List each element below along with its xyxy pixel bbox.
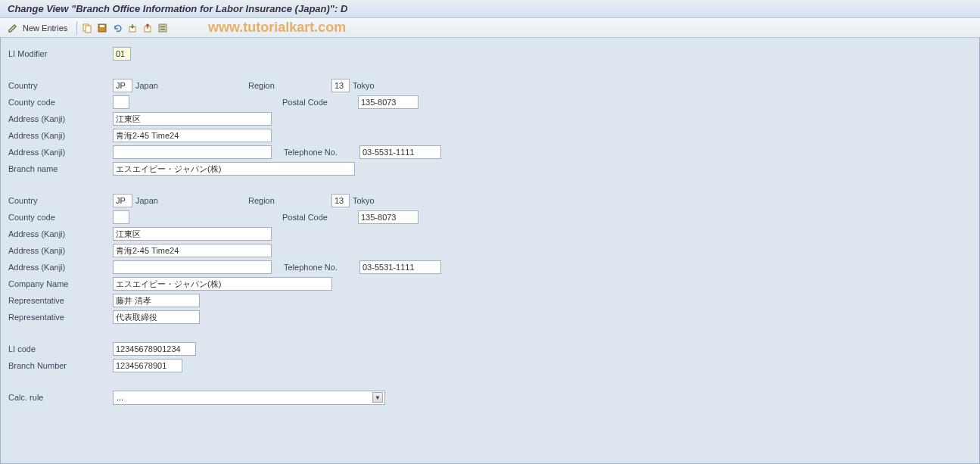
toggle-edit-icon[interactable] bbox=[6, 21, 20, 35]
region-input[interactable] bbox=[331, 79, 350, 92]
new-entries-button[interactable]: New Entries bbox=[21, 23, 72, 33]
country2-text: Japan bbox=[132, 196, 161, 205]
li-modifier-input[interactable] bbox=[113, 47, 131, 61]
region2-input[interactable] bbox=[331, 194, 350, 207]
telephone-label: Telephone No. bbox=[284, 148, 359, 157]
region-label: Region bbox=[248, 81, 286, 90]
svg-rect-1 bbox=[86, 26, 91, 33]
representative2-input[interactable] bbox=[113, 310, 200, 324]
svg-rect-8 bbox=[160, 29, 165, 30]
svg-rect-3 bbox=[100, 25, 104, 27]
copy-icon[interactable] bbox=[80, 21, 94, 35]
li-code-input[interactable] bbox=[113, 342, 196, 356]
form-content: LI Modifier Country Japan Region Tokyo C… bbox=[0, 38, 980, 464]
undo-icon[interactable] bbox=[110, 21, 124, 35]
county-code-label: County code bbox=[7, 98, 113, 107]
company-name-label: Company Name bbox=[7, 279, 113, 288]
li-modifier-label: LI Modifier bbox=[7, 49, 113, 58]
representative1-label: Representative bbox=[7, 296, 113, 305]
county-code-input[interactable] bbox=[113, 95, 129, 109]
region-text: Tokyo bbox=[350, 81, 378, 90]
country-input[interactable] bbox=[113, 79, 132, 92]
country-text: Japan bbox=[132, 81, 161, 90]
watermark-text: www.tutorialkart.com bbox=[208, 20, 346, 36]
county-code2-label: County code bbox=[7, 213, 113, 222]
country2-label: Country bbox=[7, 196, 113, 205]
branch-name-label: Branch name bbox=[7, 164, 113, 173]
address3b-input[interactable] bbox=[113, 260, 272, 274]
svg-rect-6 bbox=[159, 24, 166, 32]
county-code2-input[interactable] bbox=[113, 210, 129, 224]
region2-label: Region bbox=[248, 196, 286, 205]
postal-code2-input[interactable] bbox=[358, 210, 418, 224]
address3b-label: Address (Kanji) bbox=[7, 263, 113, 272]
country-label: Country bbox=[7, 81, 113, 90]
telephone2-label: Telephone No. bbox=[284, 263, 359, 272]
branch-name-input[interactable] bbox=[113, 162, 355, 176]
import-icon[interactable] bbox=[126, 21, 139, 35]
address2b-input[interactable] bbox=[113, 244, 272, 257]
address1b-input[interactable] bbox=[113, 227, 272, 241]
address2-input[interactable] bbox=[113, 129, 272, 142]
export-icon[interactable] bbox=[141, 21, 154, 35]
region2-text: Tokyo bbox=[350, 196, 378, 205]
postal-code-input[interactable] bbox=[358, 95, 418, 109]
company-name-input[interactable] bbox=[113, 277, 332, 291]
chevron-down-icon: ▼ bbox=[372, 392, 383, 403]
country2-input[interactable] bbox=[113, 194, 132, 207]
branch-number-input[interactable] bbox=[113, 359, 182, 372]
calc-rule-value: ... bbox=[117, 393, 123, 402]
representative2-label: Representative bbox=[7, 313, 113, 322]
address1-input[interactable] bbox=[113, 112, 272, 126]
telephone-input[interactable] bbox=[359, 145, 441, 159]
li-code-label: LI code bbox=[7, 344, 113, 353]
utilities-icon[interactable] bbox=[156, 21, 170, 35]
toolbar: New Entries www.tutorialkart.com bbox=[0, 18, 980, 38]
window-title: Change View "Branch Office Information f… bbox=[0, 0, 980, 18]
address1-label: Address (Kanji) bbox=[7, 114, 113, 123]
svg-rect-7 bbox=[160, 26, 165, 27]
address2-label: Address (Kanji) bbox=[7, 131, 113, 140]
save-icon[interactable] bbox=[95, 21, 109, 35]
branch-number-label: Branch Number bbox=[7, 361, 113, 370]
calc-rule-label: Calc. rule bbox=[7, 393, 113, 402]
address2b-label: Address (Kanji) bbox=[7, 246, 113, 255]
calc-rule-dropdown[interactable]: ... ▼ bbox=[113, 391, 385, 405]
postal-code2-label: Postal Code bbox=[282, 213, 358, 222]
address3-input[interactable] bbox=[113, 145, 272, 159]
representative1-input[interactable] bbox=[113, 294, 200, 307]
address1b-label: Address (Kanji) bbox=[7, 229, 113, 238]
address3-label: Address (Kanji) bbox=[7, 148, 113, 157]
postal-code-label: Postal Code bbox=[282, 98, 358, 107]
separator bbox=[76, 21, 77, 35]
telephone2-input[interactable] bbox=[359, 260, 441, 274]
